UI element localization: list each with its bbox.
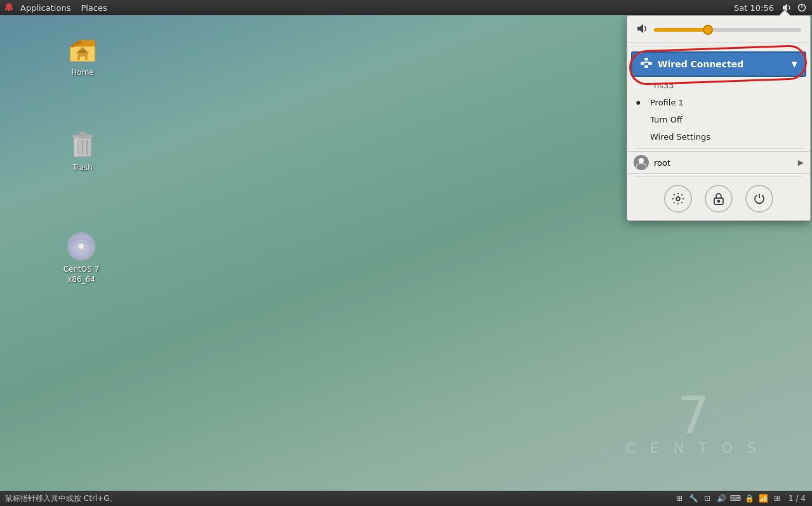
volume-thumb[interactable] (703, 25, 713, 35)
tray-icon-7[interactable]: 📶 (757, 492, 769, 505)
disc-image (66, 231, 97, 262)
profile-1-item[interactable]: Profile 1 (627, 94, 810, 111)
bottom-buttons (627, 180, 810, 220)
home-icon-label: Home (69, 67, 95, 79)
home-icon[interactable]: Home (57, 32, 108, 81)
tray-icon-6[interactable]: 🔒 (743, 492, 755, 505)
places-menu[interactable]: Places (76, 0, 112, 15)
svg-rect-22 (644, 65, 648, 68)
trash-icon-label: Trash (70, 163, 95, 174)
home-folder-image (67, 34, 98, 65)
system-popup: Wired Connected ▼ ns33 Profile 1 Turn Of… (627, 15, 811, 221)
volume-icon (636, 22, 649, 37)
watermark-number: 7 (677, 386, 710, 445)
svg-point-3 (10, 8, 13, 11)
svg-point-29 (676, 197, 680, 201)
lock-button[interactable] (705, 185, 733, 213)
separator-3 (635, 176, 802, 177)
trash-icon[interactable]: Trash (57, 127, 108, 176)
applications-menu[interactable]: Applications (15, 0, 76, 15)
wired-chevron-icon: ▼ (792, 60, 797, 69)
wired-network-icon (640, 57, 653, 72)
gnome-foot-icon (3, 1, 15, 14)
wired-connected-section[interactable]: Wired Connected ▼ (631, 51, 806, 77)
svg-point-18 (79, 244, 83, 248)
watermark-text: C E N T O S (626, 441, 761, 455)
user-section[interactable]: root ▶ (627, 151, 810, 174)
power-button[interactable] (745, 185, 773, 213)
centos-disc-icon[interactable]: CentOS 7 x86_64 (56, 229, 107, 288)
taskbar-left: Applications Places (0, 0, 112, 15)
svg-rect-11 (79, 132, 86, 135)
wired-settings-item[interactable]: Wired Settings (627, 128, 810, 145)
wired-connected-label: Wired Connected (658, 59, 792, 69)
bottom-bar: 鼠标指针移入其中或按 Ctrl+G。 ⊞ 🔧 ⊡ 🔊 ⌨ 🔒 📶 ⊞ 1 / 4 (0, 491, 812, 506)
bottom-hint-text: 鼠标指针移入其中或按 Ctrl+G。 (0, 493, 123, 504)
bottom-bar-right: ⊞ 🔧 ⊡ 🔊 ⌨ 🔒 📶 ⊞ 1 / 4 (673, 492, 812, 505)
turn-off-item[interactable]: Turn Off (627, 111, 810, 128)
page-indicator: 1 / 4 (785, 494, 809, 503)
network-name: ns33 (627, 79, 810, 94)
settings-button[interactable] (664, 185, 692, 213)
popup-arrow (778, 10, 791, 16)
tray-icon-3[interactable]: ⊡ (701, 492, 714, 505)
svg-rect-19 (644, 58, 648, 60)
clock: Sat 10:56 (729, 3, 779, 13)
tray-icon-8[interactable]: ⊞ (771, 492, 783, 505)
centos-watermark: 7 C E N T O S (626, 390, 761, 455)
power-taskbar-icon[interactable] (794, 0, 809, 15)
volume-track (654, 28, 801, 32)
volume-fill (654, 28, 705, 32)
tray-icon-2[interactable]: 🔧 (687, 492, 700, 505)
svg-rect-15 (74, 136, 79, 157)
taskbar-right: Sat 10:56 (729, 0, 812, 15)
tray-icon-1[interactable]: ⊞ (673, 492, 686, 505)
separator-2 (635, 148, 802, 149)
separator-1 (635, 46, 802, 46)
svg-point-1 (5, 8, 8, 11)
volume-section (627, 16, 810, 43)
volume-slider[interactable] (654, 28, 801, 32)
user-name-label: root (654, 158, 798, 168)
desktop: Applications Places Sat 10:56 (0, 0, 812, 506)
svg-point-28 (639, 158, 644, 163)
tray-icon-4[interactable]: 🔊 (715, 492, 728, 505)
svg-point-31 (718, 201, 720, 203)
trash-image (67, 130, 98, 160)
user-avatar (634, 155, 649, 170)
user-chevron-icon: ▶ (798, 158, 804, 167)
centos-disc-label: CentOS 7 x86_64 (58, 264, 104, 285)
tray-icon-5[interactable]: ⌨ (729, 492, 742, 505)
svg-point-2 (8, 8, 10, 11)
taskbar: Applications Places Sat 10:56 (0, 0, 812, 15)
